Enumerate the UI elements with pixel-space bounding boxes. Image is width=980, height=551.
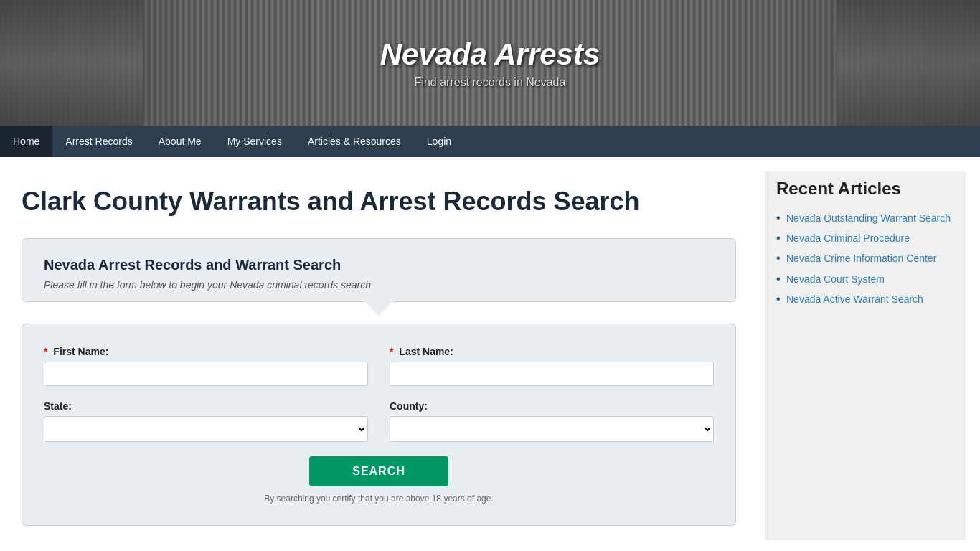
nav-home[interactable]: Home (0, 126, 52, 157)
nav-about-me[interactable]: About Me (146, 126, 215, 157)
form-note: By searching you certify that you are ab… (44, 494, 714, 504)
first-name-label: * First Name: (44, 346, 368, 357)
sidebar-link-2[interactable]: Nevada Crime Information Center (786, 253, 936, 264)
sidebar-link-1[interactable]: Nevada Criminal Procedure (786, 232, 910, 244)
state-county-row: State: County: (44, 400, 714, 442)
sidebar: Recent Articles Nevada Outstanding Warra… (765, 171, 966, 540)
last-name-label: * Last Name: (390, 346, 714, 357)
content-area: Clark County Warrants and Arrest Records… (14, 171, 750, 540)
list-item: Nevada Active Warrant Search (776, 293, 955, 306)
header-hands-right (837, 0, 980, 126)
page-title: Clark County Warrants and Arrest Records… (22, 186, 736, 217)
sidebar-links: Nevada Outstanding Warrant Search Nevada… (776, 212, 955, 306)
nav-arrest-records[interactable]: Arrest Records (52, 126, 145, 157)
site-title: Nevada Arrests (380, 37, 600, 72)
first-name-input[interactable] (44, 362, 368, 386)
first-name-group: * First Name: (44, 346, 368, 386)
first-name-required: * (44, 346, 47, 357)
main-nav: Home Arrest Records About Me My Services… (0, 126, 980, 157)
nav-login[interactable]: Login (414, 126, 464, 157)
nav-articles-resources[interactable]: Articles & Resources (295, 126, 414, 157)
header-text: Nevada Arrests Find arrest records in Ne… (380, 37, 600, 89)
state-select[interactable] (44, 416, 368, 442)
county-label: County: (390, 400, 714, 412)
state-label: State: (44, 400, 368, 412)
list-item: Nevada Criminal Procedure (776, 232, 955, 245)
list-item: Nevada Crime Information Center (776, 252, 955, 265)
nav-my-services[interactable]: My Services (215, 126, 295, 157)
name-row: * First Name: * Last Name: (44, 346, 714, 386)
search-box-subtitle: Please fill in the form below to begin y… (44, 279, 714, 291)
sidebar-link-3[interactable]: Nevada Court System (786, 273, 885, 285)
last-name-input[interactable] (390, 362, 714, 386)
search-button[interactable]: SEARCH (309, 456, 448, 486)
search-box-title: Nevada Arrest Records and Warrant Search (44, 257, 714, 273)
list-item: Nevada Outstanding Warrant Search (776, 212, 955, 225)
sidebar-link-0[interactable]: Nevada Outstanding Warrant Search (786, 212, 951, 224)
county-group: County: (390, 400, 714, 442)
list-item: Nevada Court System (776, 273, 955, 286)
state-group: State: (44, 400, 368, 442)
sidebar-link-4[interactable]: Nevada Active Warrant Search (786, 293, 923, 305)
sidebar-title: Recent Articles (776, 179, 955, 199)
last-name-required: * (390, 346, 393, 357)
search-form-container: * First Name: * Last Name: State: (22, 324, 736, 526)
county-select[interactable] (390, 416, 714, 442)
last-name-group: * Last Name: (390, 346, 714, 386)
search-info-box: Nevada Arrest Records and Warrant Search… (22, 238, 736, 302)
site-header: Nevada Arrests Find arrest records in Ne… (0, 0, 980, 126)
site-subtitle: Find arrest records in Nevada (380, 76, 600, 89)
header-hands-left (0, 0, 143, 126)
main-container: Clark County Warrants and Arrest Records… (0, 157, 980, 551)
